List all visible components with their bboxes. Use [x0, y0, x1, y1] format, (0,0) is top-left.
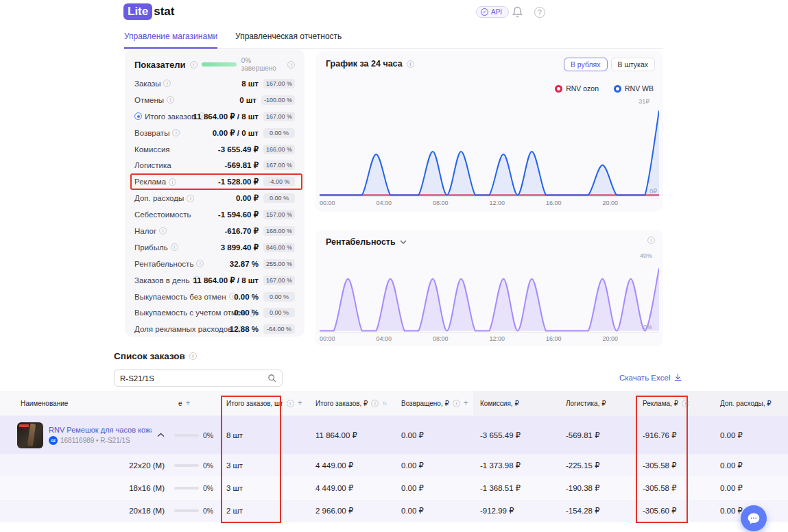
- metric-change-badge: -64.00 %: [263, 324, 295, 334]
- col-header-commission[interactable]: Комиссия, ₽: [473, 391, 559, 416]
- info-icon[interactable]: [167, 96, 174, 104]
- info-icon[interactable]: [163, 80, 171, 87]
- info-icon[interactable]: [169, 178, 176, 186]
- search-icon[interactable]: [267, 374, 276, 383]
- metric-change-badge: -100.00 %: [261, 95, 295, 105]
- metric-change-badge: 166.00 %: [263, 145, 295, 154]
- metric-row-cost-price: Себестоимость -1 594.60 ₽ 157.00 %: [134, 206, 295, 223]
- chat-bubble-icon: [747, 511, 761, 525]
- check-circle-icon: ✓: [481, 8, 488, 16]
- table-row-size-variant[interactable]: 22x20 (M) 0% 3 шт 4 449.00 ₽ 0.00 ₽ -1 3…: [0, 455, 788, 477]
- cell-returned: 0.00 ₽: [394, 455, 473, 476]
- search-input[interactable]: [120, 374, 267, 383]
- info-icon[interactable]: [196, 260, 204, 267]
- col-header-extra[interactable]: Доп. расходы, ₽: [713, 391, 788, 416]
- metric-label: Возвраты: [134, 129, 169, 137]
- help-icon[interactable]: ?: [534, 7, 545, 18]
- sort-icon[interactable]: ↑↓: [382, 400, 386, 407]
- api-badge[interactable]: ✓ API: [476, 6, 509, 18]
- info-icon[interactable]: [371, 400, 379, 407]
- metric-row-returns: Возвраты 0.00 ₽ / 0 шт 0.00 %: [134, 125, 295, 141]
- add-column-icon[interactable]: +: [464, 398, 468, 408]
- chevron-up-icon[interactable]: [157, 433, 165, 437]
- x-tick: 04:00: [377, 335, 392, 342]
- metric-row-ad-spend-share: Доля рекламных расходов 12.88 % -64.00 %: [134, 321, 295, 337]
- info-icon[interactable]: [190, 61, 198, 69]
- toggle-pieces-button[interactable]: В штуках: [611, 58, 655, 71]
- info-icon[interactable]: [159, 227, 167, 234]
- legend-label: RNV ozon: [566, 84, 599, 93]
- x-tick: 00:00: [320, 200, 335, 206]
- metric-change-badge: 167.00 %: [263, 160, 295, 170]
- metric-change-badge: 157.00 %: [263, 210, 295, 219]
- product-name-link[interactable]: RNV Ремешок для часов кожа...: [49, 426, 152, 434]
- notifications-bell-icon[interactable]: [512, 6, 523, 20]
- legend-label: RNV WB: [625, 84, 654, 93]
- cell-total-pcs: 3 шт: [219, 455, 309, 476]
- cell-total-pcs: 3 шт: [219, 477, 309, 499]
- profitability-title-row[interactable]: Рентабельность: [326, 237, 407, 247]
- col-header-returned[interactable]: Возвращено, ₽+: [394, 391, 473, 416]
- info-icon[interactable]: [407, 60, 414, 68]
- col-header-buyout[interactable]: е+: [171, 391, 219, 416]
- toggle-rubles-button[interactable]: В рублях: [564, 58, 608, 71]
- col-header-total-rub[interactable]: Итого заказов, ₽↑↓: [309, 391, 394, 416]
- app-logo[interactable]: Lite stat: [123, 3, 174, 20]
- tab-store-management[interactable]: Управление магазинами: [124, 27, 217, 49]
- y-max-label: 31₽: [638, 98, 649, 105]
- info-icon[interactable]: [453, 400, 460, 407]
- target-dot-icon[interactable]: [134, 112, 142, 120]
- col-header-total-pcs[interactable]: Итого заказов, шт+: [219, 391, 309, 416]
- variant-size-label: 20x18 (M): [0, 500, 171, 522]
- cell-logistics: -569.81 ₽: [559, 416, 636, 454]
- col-header-logistics[interactable]: Логистика, ₽: [559, 391, 636, 416]
- info-icon[interactable]: [187, 195, 194, 202]
- chat-button[interactable]: [741, 505, 767, 531]
- info-icon[interactable]: [682, 400, 689, 407]
- metric-value: 12.88 %: [230, 325, 259, 333]
- metric-change-badge: 0.00 %: [263, 308, 295, 317]
- ozon-badge-icon: oz: [49, 436, 58, 445]
- buyout-progress-bar: [174, 434, 199, 437]
- metrics-panel: Показатели 0% завершено Заказы 8 шт 167.…: [125, 49, 305, 337]
- add-column-icon[interactable]: +: [186, 398, 191, 408]
- download-excel-label: Скачать Excel: [619, 374, 670, 382]
- chart24-x-axis: 00:00 04:00 08:00 12:00 16:00 20:00: [320, 200, 659, 208]
- legend-item-wb[interactable]: RNV WB: [614, 84, 654, 93]
- col-header-ads[interactable]: Реклама, ₽: [636, 391, 713, 416]
- download-excel-link[interactable]: Скачать Excel: [619, 373, 682, 382]
- metric-label: Налог: [134, 227, 156, 235]
- info-icon[interactable]: [287, 400, 294, 407]
- cell-ads: -305.58 ₽: [636, 455, 713, 476]
- tab-management-reporting[interactable]: Управленческая отчетность: [235, 27, 342, 48]
- col-header-name[interactable]: Наименование: [0, 391, 171, 416]
- metric-row-extra-expenses: Доп. расходы 0.00 ₽ 0.00 %: [134, 190, 295, 206]
- table-row-product[interactable]: RNV Ремешок для часов кожа... oz 1681169…: [0, 416, 788, 455]
- legend-item-ozon[interactable]: RNV ozon: [555, 84, 599, 93]
- info-icon[interactable]: [647, 237, 655, 244]
- chart24-title-row: График за 24 часа: [326, 59, 414, 69]
- cell-logistics: -154.28 ₽: [559, 500, 636, 522]
- info-icon[interactable]: [171, 243, 178, 251]
- info-icon[interactable]: [189, 352, 197, 360]
- unit-toggle: В рублях В штуках: [564, 58, 655, 71]
- metric-label: Прибыль: [134, 243, 168, 252]
- col-label: Наименование: [21, 400, 68, 407]
- add-column-icon[interactable]: +: [298, 398, 302, 408]
- info-icon[interactable]: [172, 129, 180, 136]
- logo-lite-badge: Lite: [123, 3, 152, 20]
- info-icon[interactable]: [287, 61, 295, 69]
- col-label: Реклама, ₽: [643, 400, 678, 407]
- table-row-size-variant[interactable]: 20x18 (M) 0% 2 шт 2 966.00 ₽ 0.00 ₽ -912…: [0, 500, 788, 522]
- chart24-legend: RNV ozon RNV WB: [555, 84, 654, 93]
- main-tabs: Управление магазинами Управленческая отч…: [124, 27, 663, 49]
- profitability-plot: 40% 0%: [320, 252, 659, 332]
- buyout-progress-value: 0%: [203, 507, 213, 515]
- table-row-size-variant[interactable]: 18x16 (M) 0% 3 шт 4 449.00 ₽ 0.00 ₽ -1 3…: [0, 477, 788, 500]
- profitability-svg: [320, 252, 659, 332]
- cell-commission: -1 373.98 ₽: [473, 455, 559, 476]
- metric-value: 11 864.00 ₽ / 8 шт: [193, 112, 259, 121]
- page: Lite stat ✓ API ? Управление магазинами …: [0, 0, 788, 532]
- metric-row-orders: Заказы 8 шт 167.00 %: [134, 75, 295, 92]
- product-thumbnail[interactable]: [17, 422, 43, 448]
